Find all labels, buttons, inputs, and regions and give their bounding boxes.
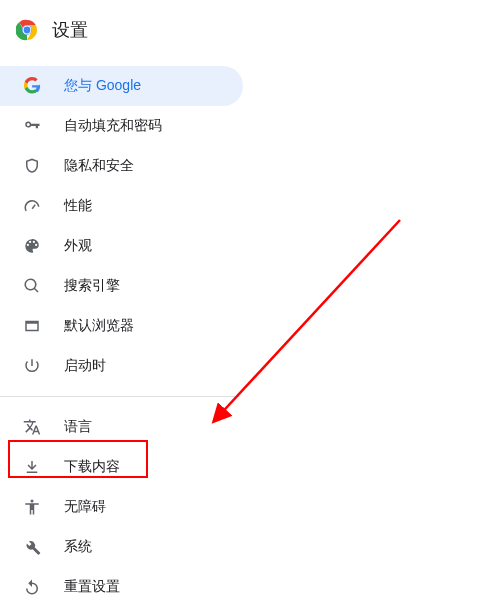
power-icon — [22, 356, 42, 376]
speed-icon — [22, 196, 42, 216]
nav-label: 启动时 — [64, 357, 106, 375]
nav-languages[interactable]: 语言 — [0, 407, 243, 447]
reset-icon — [22, 577, 42, 597]
wrench-icon — [22, 537, 42, 557]
nav-autofill[interactable]: 自动填充和密码 — [0, 106, 243, 146]
nav-on-startup[interactable]: 启动时 — [0, 346, 243, 386]
nav-label: 您与 Google — [64, 77, 141, 95]
nav-appearance[interactable]: 外观 — [0, 226, 243, 266]
nav-label: 重置设置 — [64, 578, 120, 596]
key-icon — [22, 116, 42, 136]
nav-label: 性能 — [64, 197, 92, 215]
nav-label: 默认浏览器 — [64, 317, 134, 335]
nav-label: 系统 — [64, 538, 92, 556]
nav-system[interactable]: 系统 — [0, 527, 243, 567]
settings-header: 设置 — [0, 0, 503, 62]
google-icon — [22, 76, 42, 96]
nav-divider — [0, 396, 240, 397]
chrome-logo-icon — [16, 19, 38, 41]
browser-icon — [22, 316, 42, 336]
nav-privacy-security[interactable]: 隐私和安全 — [0, 146, 243, 186]
palette-icon — [22, 236, 42, 256]
search-icon — [22, 276, 42, 296]
shield-icon — [22, 156, 42, 176]
nav-label: 下载内容 — [64, 458, 120, 476]
accessibility-icon — [22, 497, 42, 517]
nav-label: 自动填充和密码 — [64, 117, 162, 135]
nav-you-and-google[interactable]: 您与 Google — [0, 66, 243, 106]
nav-label: 隐私和安全 — [64, 157, 134, 175]
nav-label: 外观 — [64, 237, 92, 255]
nav-performance[interactable]: 性能 — [0, 186, 243, 226]
nav-default-browser[interactable]: 默认浏览器 — [0, 306, 243, 346]
translate-icon — [22, 417, 42, 437]
page-title: 设置 — [52, 18, 88, 42]
nav-accessibility[interactable]: 无障碍 — [0, 487, 243, 527]
nav-label: 语言 — [64, 418, 92, 436]
nav-downloads[interactable]: 下载内容 — [0, 447, 243, 487]
settings-nav: 您与 Google 自动填充和密码 隐私和安全 性能 外观 搜索引擎 — [0, 62, 503, 604]
nav-label: 搜索引擎 — [64, 277, 120, 295]
nav-label: 无障碍 — [64, 498, 106, 516]
nav-reset-settings[interactable]: 重置设置 — [0, 567, 243, 604]
download-icon — [22, 457, 42, 477]
svg-point-2 — [23, 26, 31, 34]
nav-search-engine[interactable]: 搜索引擎 — [0, 266, 243, 306]
